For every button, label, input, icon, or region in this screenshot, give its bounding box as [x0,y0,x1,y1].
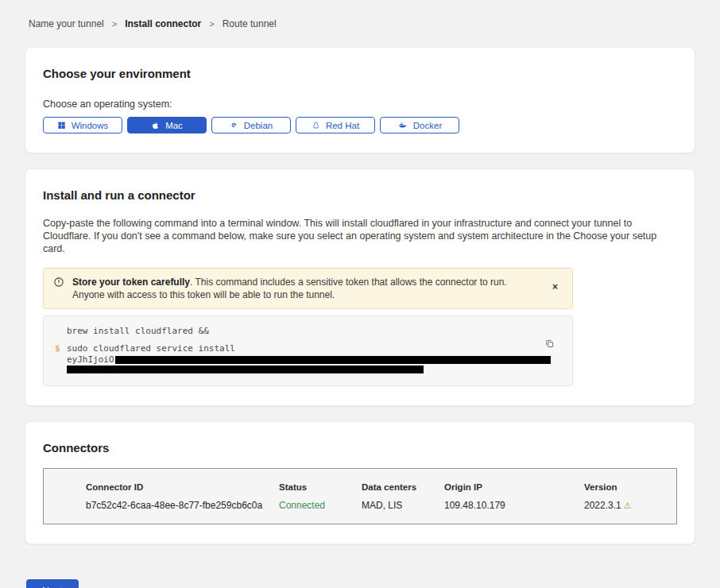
code-line-brew: brew install cloudflared && [55,326,561,337]
breadcrumb-name-your-tunnel[interactable]: Name your tunnel [29,18,104,29]
redacted-token-bar [115,356,551,364]
connectors-card: Connectors Connector ID Status Data cent… [25,421,695,544]
apple-logo-icon [151,121,160,130]
code-line-token: eyJhIjoiO [55,354,561,366]
origin-ip-value: 109.48.10.179 [444,500,584,511]
breadcrumb-install-connector[interactable]: Install connector [125,18,201,29]
os-button-debian[interactable]: Debian [211,117,291,133]
breadcrumb: Name your tunnel > Install connector > R… [25,0,695,47]
col-header-version: Version [584,482,676,500]
shell-prompt: $ [55,343,67,354]
install-command-code-block: brew install cloudflared && $ sudo cloud… [43,315,573,386]
docker-whale-icon [397,121,408,130]
install-connector-title: Install and run a connector [43,188,677,202]
page: Name your tunnel > Install connector > R… [0,0,720,588]
code-line-sudo: $ sudo cloudflared service install [55,343,561,354]
breadcrumb-route-tunnel[interactable]: Route tunnel [223,18,277,29]
redacted-token-bar [67,366,424,373]
tux-penguin-icon [312,121,320,130]
os-button-mac[interactable]: Mac [127,117,207,133]
code-line-token-2 [55,366,561,377]
connectors-table-header-row: Connector ID Status Data centers Origin … [86,482,676,500]
token-warning-banner: Store your token carefully. This command… [43,268,573,309]
status-badge: Connected [279,500,362,511]
close-icon[interactable]: × [549,280,561,293]
breadcrumb-separator: > [112,19,117,29]
environment-card-title: Choose your environment [43,67,677,80]
alert-circle-icon [53,277,64,291]
os-button-label: Windows [72,121,109,130]
version-value: 2022.3.1⚠ [584,500,676,511]
col-header-origin-ip: Origin IP [444,482,584,500]
os-select-label: Choose an operating system: [43,99,677,110]
connectors-table: Connector ID Status Data centers Origin … [43,468,677,524]
table-row: b7c52c42-6caa-48ee-8c77-fbe259cb6c0a Con… [86,500,676,511]
breadcrumb-separator: > [209,19,214,29]
os-button-label: Mac [165,121,183,130]
col-header-data-centers: Data centers [362,482,444,500]
os-button-label: Debian [244,121,273,130]
data-centers-value: MAD, LIS [362,500,444,511]
token-warning-text: Store your token carefully. This command… [72,276,530,301]
code-sudo-text: sudo cloudflared service install [67,343,235,354]
copy-icon[interactable] [544,338,555,351]
install-connector-card: Install and run a connector Copy-paste t… [25,168,695,406]
os-button-docker[interactable]: Docker [380,117,459,133]
os-button-windows[interactable]: Windows [43,117,122,133]
col-header-status: Status [279,482,362,500]
windows-logo-icon [57,121,66,130]
install-connector-description: Copy-paste the following command into a … [43,217,677,255]
version-warning-icon: ⚠ [624,501,632,510]
os-button-group: Windows Mac Debian Red Hat [43,117,677,133]
connectors-title: Connectors [43,441,677,455]
os-button-redhat[interactable]: Red Hat [296,117,375,133]
col-header-connector-id: Connector ID [86,482,279,500]
next-button[interactable]: Next [26,579,79,588]
connector-id-value: b7c52c42-6caa-48ee-8c77-fbe259cb6c0a [86,500,279,511]
token-warning-bold: Store your token carefully [72,277,190,288]
token-prefix: eyJhIjoiO [67,354,114,365]
debian-swirl-icon [230,121,238,130]
environment-card: Choose your environment Choose an operat… [25,47,695,153]
os-button-label: Red Hat [326,121,359,130]
os-button-label: Docker [413,121,442,130]
